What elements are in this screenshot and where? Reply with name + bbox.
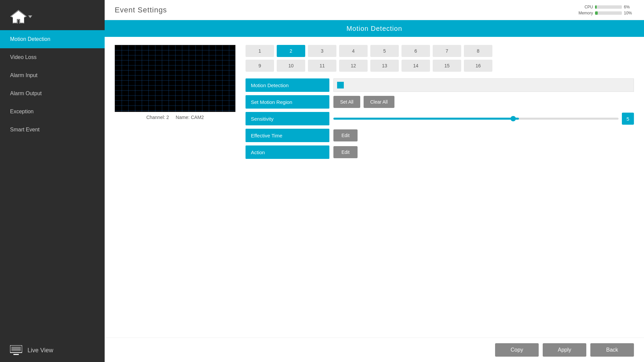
memory-bar-bg <box>595 11 622 15</box>
motion-detection-row: Motion Detection <box>246 78 634 92</box>
channel-btn-13[interactable]: 13 <box>370 60 399 72</box>
sidebar-header <box>0 0 105 30</box>
cpu-label: CPU <box>576 5 593 9</box>
channel-btn-5[interactable]: 5 <box>370 45 399 57</box>
channel-btn-4[interactable]: 4 <box>339 45 368 57</box>
content-area: Channel: 2 Name: CAM2 1 2 3 4 5 6 7 8 <box>105 37 644 195</box>
sensitivity-row: Sensitivity 5 <box>246 112 634 125</box>
svg-rect-7 <box>13 354 19 355</box>
main-content: Event Settings CPU 6% Memory 10% Motion … <box>105 0 644 362</box>
sidebar-item-alarm-input[interactable]: Alarm Input <box>0 66 105 84</box>
section-header: Motion Detection <box>105 20 644 37</box>
sidebar: Motion Detection Video Loss Alarm Input … <box>0 0 105 362</box>
memory-stat-row: Memory 10% <box>576 11 634 15</box>
camera-name: Name: CAM2 <box>176 115 204 120</box>
channel-selector: 1 2 3 4 5 6 7 8 9 10 11 12 13 14 15 <box>246 45 634 72</box>
settings-panel: 1 2 3 4 5 6 7 8 9 10 11 12 13 14 15 <box>246 45 634 187</box>
topbar: Event Settings CPU 6% Memory 10% <box>105 0 644 20</box>
channel-btn-6[interactable]: 6 <box>401 45 430 57</box>
effective-time-control: Edit <box>329 129 634 141</box>
clear-all-button[interactable]: Clear All <box>364 96 394 108</box>
action-row: Action Edit <box>246 145 634 159</box>
action-control: Edit <box>329 146 634 158</box>
channel-row-1: 1 2 3 4 5 6 7 8 <box>246 45 634 57</box>
slider-thumb <box>511 116 516 121</box>
channel-btn-11[interactable]: 11 <box>308 60 336 72</box>
motion-toggle-area <box>333 78 634 92</box>
live-view-icon <box>10 345 22 355</box>
sidebar-item-smart-event[interactable]: Smart Event <box>0 121 105 139</box>
copy-button[interactable]: Copy <box>495 343 539 357</box>
channel-btn-12[interactable]: 12 <box>339 60 368 72</box>
sensitivity-label: Sensitivity <box>246 112 329 125</box>
channel-btn-15[interactable]: 15 <box>433 60 461 72</box>
sidebar-footer[interactable]: Live View <box>0 339 105 362</box>
memory-label: Memory <box>576 11 593 15</box>
back-button[interactable]: Back <box>590 343 634 357</box>
motion-detection-label: Motion Detection <box>246 78 329 92</box>
dropdown-arrow-icon <box>28 15 32 18</box>
system-stats: CPU 6% Memory 10% <box>576 5 634 15</box>
sidebar-item-exception[interactable]: Exception <box>0 103 105 121</box>
sidebar-item-motion-detection[interactable]: Motion Detection <box>0 30 105 48</box>
live-view-label: Live View <box>28 347 53 354</box>
apply-button[interactable]: Apply <box>543 343 586 357</box>
svg-marker-3 <box>28 15 32 18</box>
set-motion-region-control: Set All Clear All <box>329 96 634 108</box>
cpu-stat-row: CPU 6% <box>576 5 634 9</box>
cpu-bar-fill <box>595 5 597 9</box>
svg-rect-5 <box>11 347 21 351</box>
channel-btn-10[interactable]: 10 <box>277 60 305 72</box>
sensitivity-value: 5 <box>622 113 634 125</box>
channel-btn-7[interactable]: 7 <box>433 45 461 57</box>
motion-detection-toggle[interactable] <box>337 82 344 88</box>
effective-time-label: Effective Time <box>246 129 329 142</box>
channel-btn-8[interactable]: 8 <box>464 45 492 57</box>
camera-panel: Channel: 2 Name: CAM2 <box>115 45 235 187</box>
channel-btn-9[interactable]: 9 <box>246 60 274 72</box>
spacer <box>105 195 644 338</box>
sidebar-nav: Motion Detection Video Loss Alarm Input … <box>0 30 105 339</box>
channel-btn-1[interactable]: 1 <box>246 45 274 57</box>
slider-container: 5 <box>333 113 634 125</box>
set-all-button[interactable]: Set All <box>333 96 360 108</box>
action-edit-button[interactable]: Edit <box>333 146 358 158</box>
camera-info: Channel: 2 Name: CAM2 <box>146 115 204 120</box>
cpu-value: 6% <box>624 5 634 9</box>
channel-info: Channel: 2 <box>146 115 169 120</box>
channel-btn-3[interactable]: 3 <box>308 45 336 57</box>
channel-btn-16[interactable]: 16 <box>464 60 492 72</box>
memory-bar-fill <box>595 11 598 15</box>
cpu-bar-bg <box>595 5 622 9</box>
sensitivity-slider[interactable] <box>333 118 619 120</box>
set-motion-region-row: Set Motion Region Set All Clear All <box>246 95 634 109</box>
motion-detection-control <box>329 78 634 92</box>
sidebar-item-alarm-output[interactable]: Alarm Output <box>0 84 105 103</box>
page-title: Event Settings <box>115 6 167 14</box>
action-label: Action <box>246 145 329 159</box>
section-title: Motion Detection <box>346 25 402 33</box>
slider-fill <box>333 118 519 120</box>
grid-svg <box>115 45 235 112</box>
effective-time-edit-button[interactable]: Edit <box>333 129 358 141</box>
sidebar-item-video-loss[interactable]: Video Loss <box>0 48 105 66</box>
channel-btn-14[interactable]: 14 <box>401 60 430 72</box>
bottom-bar: Copy Apply Back <box>105 338 644 362</box>
memory-value: 10% <box>624 11 634 15</box>
motion-detection-grid[interactable] <box>115 45 235 112</box>
sensitivity-control: 5 <box>329 113 634 125</box>
channel-row-2: 9 10 11 12 13 14 15 16 <box>246 60 634 72</box>
home-icon <box>10 10 27 23</box>
channel-btn-2[interactable]: 2 <box>277 45 305 57</box>
effective-time-row: Effective Time Edit <box>246 129 634 142</box>
set-motion-region-label: Set Motion Region <box>246 95 329 109</box>
